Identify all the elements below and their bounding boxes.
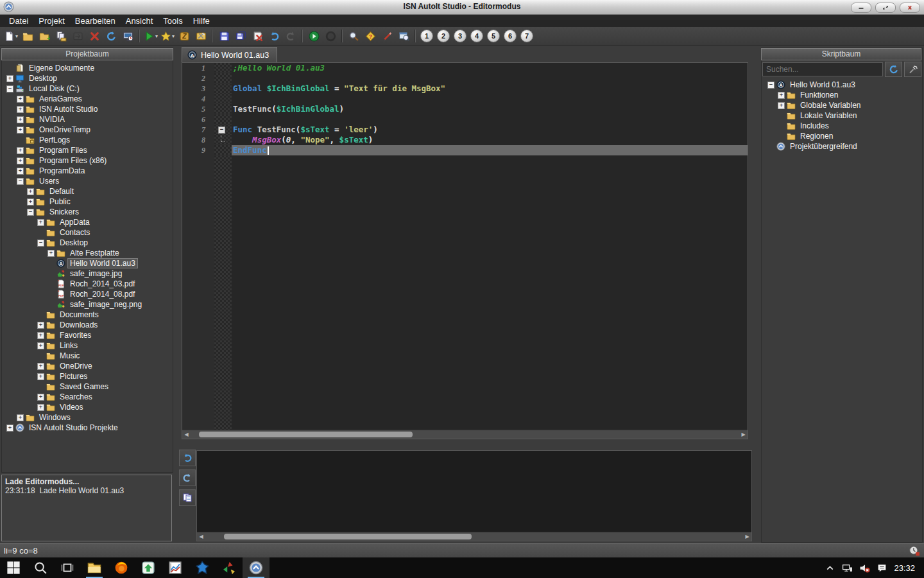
step-4-button[interactable]: 4 bbox=[470, 30, 483, 42]
code-text[interactable]: Global $IchBinGlobal = "Text für die Msg… bbox=[232, 83, 748, 94]
scroll-left-arrow[interactable]: ◀ bbox=[197, 532, 205, 541]
output-redo-button[interactable] bbox=[179, 469, 196, 486]
isn-autoit-studio[interactable] bbox=[243, 557, 270, 578]
tree-item[interactable]: Documents bbox=[4, 310, 172, 320]
output-hscrollbar[interactable]: ◀ ▶ bbox=[197, 532, 751, 541]
expand-icon[interactable]: + bbox=[47, 250, 55, 257]
tree-item[interactable]: +Links bbox=[4, 340, 172, 351]
menu-ansicht[interactable]: Ansicht bbox=[121, 15, 158, 27]
collapse-icon[interactable]: − bbox=[767, 82, 774, 89]
code-text[interactable]: EndFunc bbox=[232, 145, 748, 155]
undo-button[interactable] bbox=[266, 28, 282, 44]
tree-item[interactable]: +Downloads bbox=[4, 320, 172, 330]
task-view[interactable] bbox=[54, 557, 81, 578]
script-tools-button[interactable] bbox=[904, 62, 921, 77]
expand-icon[interactable]: + bbox=[37, 322, 44, 329]
tree-item[interactable]: +Pictures bbox=[4, 371, 172, 381]
tree-item[interactable]: +Desktop bbox=[4, 73, 172, 83]
collapse-icon[interactable]: − bbox=[27, 209, 34, 216]
tree-item[interactable]: safe_image_neg.png bbox=[4, 299, 172, 310]
scroll-right-arrow[interactable]: ▶ bbox=[739, 430, 748, 439]
discard-save-button[interactable] bbox=[249, 28, 266, 44]
tray-action-center[interactable] bbox=[877, 563, 887, 574]
editor-lines[interactable]: 1;Hello World 01.au323Global $IchBinGlob… bbox=[182, 63, 748, 430]
app-blue[interactable] bbox=[189, 557, 216, 578]
step-5-button[interactable]: 5 bbox=[487, 30, 500, 42]
code-line-3[interactable]: 3Global $IchBinGlobal = "Text für die Ms… bbox=[182, 83, 748, 94]
code-line-4[interactable]: 4 bbox=[182, 94, 748, 104]
stop-script-button[interactable] bbox=[322, 28, 339, 44]
expand-icon[interactable]: + bbox=[17, 414, 24, 421]
tree-item[interactable]: Includes bbox=[765, 121, 921, 131]
tab-hello-world[interactable]: A Hello World 01.au3 bbox=[182, 47, 277, 62]
scroll-thumb[interactable] bbox=[224, 534, 471, 539]
tree-item[interactable]: +Program Files (x86) bbox=[4, 155, 172, 166]
expand-icon[interactable]: + bbox=[17, 127, 24, 134]
open-file-button[interactable] bbox=[19, 28, 36, 44]
code-line-1[interactable]: 1;Hello World 01.au3 bbox=[182, 63, 748, 73]
scroll-left-arrow[interactable]: ◀ bbox=[182, 430, 191, 439]
tree-item[interactable]: +OneDrive bbox=[4, 361, 172, 371]
expand-icon[interactable]: + bbox=[37, 394, 44, 401]
minimize-button[interactable] bbox=[851, 3, 871, 13]
tree-item[interactable]: +Globale Variablen bbox=[765, 100, 921, 110]
code-text[interactable]: MsgBox(0, "Nope", $sText) bbox=[232, 135, 748, 145]
tree-item[interactable]: Lokale Variablen bbox=[765, 110, 921, 121]
dropdown-arrow-icon[interactable]: ▾ bbox=[172, 33, 175, 39]
tree-item[interactable]: Eigene Dokumente bbox=[4, 63, 172, 73]
output-copy-button[interactable] bbox=[179, 489, 196, 506]
menu-tools[interactable]: Tools bbox=[158, 15, 187, 27]
menu-projekt[interactable]: Projekt bbox=[33, 15, 69, 27]
expand-icon[interactable]: + bbox=[27, 198, 34, 206]
expand-icon[interactable]: + bbox=[37, 373, 44, 380]
run-menu-button[interactable]: ▾ bbox=[142, 28, 159, 44]
tree-item[interactable]: −Snickers bbox=[4, 207, 172, 217]
step-2-button[interactable]: 2 bbox=[437, 30, 450, 42]
tree-item[interactable]: +Alte Festplatte bbox=[4, 248, 172, 258]
fold-collapse-icon[interactable]: − bbox=[218, 127, 225, 134]
tree-item[interactable]: +AppData bbox=[4, 217, 172, 227]
collapse-icon[interactable]: − bbox=[37, 240, 44, 247]
tree-item[interactable]: Regionen bbox=[765, 131, 921, 141]
expand-icon[interactable]: + bbox=[17, 157, 24, 164]
search-in-files-button[interactable] bbox=[395, 28, 412, 44]
tree-item[interactable]: +Favorites bbox=[4, 330, 172, 340]
code-line-9[interactable]: 9EndFunc bbox=[182, 145, 748, 155]
expand-icon[interactable]: + bbox=[17, 168, 24, 175]
favorites-button[interactable]: ▾ bbox=[159, 28, 176, 44]
tree-item[interactable]: +Searches bbox=[4, 392, 172, 402]
code-line-8[interactable]: 8 MsgBox(0, "Nope", $sText) bbox=[182, 135, 748, 145]
menu-datei[interactable]: Datei bbox=[4, 15, 33, 27]
expand-icon[interactable]: + bbox=[6, 75, 13, 82]
code-line-7[interactable]: 7−Func TestFunc($sText = 'leer') bbox=[182, 125, 748, 135]
tree-item[interactable]: +ISN AutoIt Studio Projekte bbox=[4, 423, 172, 433]
app-chart[interactable] bbox=[162, 557, 189, 578]
tray-chevron[interactable] bbox=[825, 563, 835, 574]
tree-item[interactable]: PDFRoch_2014_08.pdf bbox=[4, 289, 172, 299]
start-button[interactable] bbox=[0, 557, 27, 578]
tree-item[interactable]: Saved Games bbox=[4, 381, 172, 392]
output-undo-button[interactable] bbox=[179, 450, 196, 466]
copy-item-button[interactable] bbox=[53, 28, 69, 44]
close-button[interactable] bbox=[900, 3, 920, 13]
step-3-button[interactable]: 3 bbox=[454, 30, 466, 42]
search-button[interactable] bbox=[345, 28, 362, 44]
collapse-icon[interactable]: − bbox=[17, 178, 24, 185]
tree-item[interactable]: Projektübergreifend bbox=[765, 141, 921, 152]
taskbar-search[interactable] bbox=[27, 557, 54, 578]
tree-item[interactable]: +Default bbox=[4, 186, 172, 197]
run-script-button[interactable] bbox=[305, 28, 322, 44]
expand-icon[interactable]: + bbox=[17, 96, 24, 103]
expand-icon[interactable]: + bbox=[37, 332, 44, 339]
expand-icon[interactable]: + bbox=[37, 363, 44, 370]
code-text[interactable] bbox=[232, 94, 748, 104]
step-1-button[interactable]: 1 bbox=[420, 30, 433, 42]
file-explorer[interactable] bbox=[81, 557, 108, 578]
preview-button[interactable] bbox=[119, 28, 136, 44]
tree-item[interactable]: AHello World 01.au3 bbox=[4, 258, 172, 268]
code-text[interactable]: TestFunc($IchBinGlobal) bbox=[232, 104, 748, 114]
tray-network[interactable] bbox=[842, 563, 853, 574]
tree-item[interactable]: +Videos bbox=[4, 402, 172, 412]
dropdown-arrow-icon[interactable]: ▾ bbox=[15, 33, 18, 39]
toolbox-button[interactable] bbox=[193, 28, 209, 44]
